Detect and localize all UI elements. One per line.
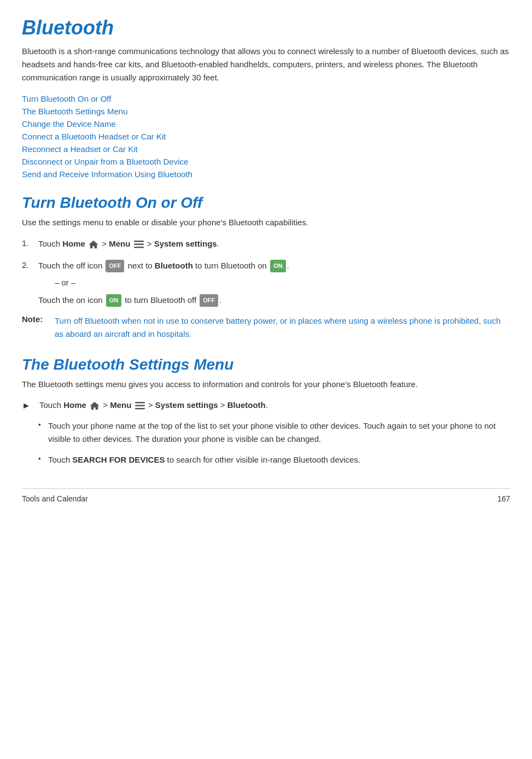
section2-arrow-item: ► Touch Home > Menu > System settings > …	[22, 399, 510, 413]
note-text: Turn off Bluetooth when not in use to co…	[55, 314, 510, 341]
section1-steps: 1. Touch Home > Menu > System settings. …	[22, 237, 510, 307]
bullet1-text: Touch your phone name at the top of the …	[48, 421, 496, 443]
note-block: Note: Turn off Bluetooth when not in use…	[22, 314, 510, 341]
intro-paragraph: Bluetooth is a short-range communication…	[22, 45, 510, 84]
step2-number: 2.	[22, 259, 38, 272]
svg-rect-4	[135, 405, 145, 407]
bullet2-prefix: Touch	[48, 455, 72, 464]
arrow-gt3: >	[218, 400, 227, 410]
svg-rect-5	[135, 408, 145, 410]
step1-gt1: >	[102, 239, 109, 248]
step2-mid: next to	[125, 261, 154, 270]
off-badge-2: OFF	[200, 294, 218, 307]
svg-rect-1	[134, 244, 144, 246]
arrow-bluetooth-label: Bluetooth	[227, 400, 266, 410]
step1-home-label: Home	[62, 239, 85, 248]
on-badge-2: ON	[106, 294, 122, 307]
section2-intro: The Bluetooth settings menu gives you ac…	[22, 378, 510, 391]
toc-link-1[interactable]: Turn Bluetooth On or Off	[22, 94, 510, 103]
on-badge-1: ON	[270, 260, 286, 272]
table-of-contents: Turn Bluetooth On or Off The Bluetooth S…	[22, 94, 510, 179]
section-turn-bluetooth: Turn Bluetooth On or Off Use the setting…	[22, 194, 510, 341]
step2b-mid: to turn Bluetooth off	[122, 295, 198, 305]
footer-left-label: Tools and Calendar	[22, 494, 88, 503]
arrow-home-label: Home	[63, 400, 86, 410]
step2b-period: .	[219, 295, 221, 305]
svg-rect-2	[134, 247, 144, 248]
section1-title: Turn Bluetooth On or Off	[22, 194, 510, 212]
toc-link-6[interactable]: Disconnect or Unpair from a Bluetooth De…	[22, 157, 510, 166]
bullet-item-2: Touch SEARCH FOR DEVICES to search for o…	[38, 453, 510, 466]
home-icon	[89, 240, 98, 249]
step2-mid2: to turn Bluetooth on	[193, 261, 269, 270]
step1-system-label: System settings	[154, 239, 217, 248]
arrow-touch: Touch	[39, 400, 63, 410]
step2-bluetooth: Bluetooth	[155, 261, 193, 270]
step1-period: .	[217, 239, 219, 248]
step1-gt2: >	[147, 239, 154, 248]
note-label: Note:	[22, 314, 52, 324]
off-badge-1: OFF	[106, 260, 124, 272]
step2-period: .	[287, 261, 289, 270]
step1-number: 1.	[22, 237, 38, 250]
step2-content: Touch the off icon OFF next to Bluetooth…	[38, 259, 510, 307]
menu-icon-2	[135, 402, 145, 410]
or-line: – or –	[55, 276, 510, 290]
step2b-prefix: Touch the on icon	[38, 295, 105, 305]
step-2: 2. Touch the off icon OFF next to Blueto…	[22, 259, 510, 307]
arrow-menu-label: Menu	[110, 400, 131, 410]
svg-rect-0	[134, 241, 144, 242]
step1-menu-label: Menu	[109, 239, 130, 248]
section-bluetooth-settings: The Bluetooth Settings Menu The Bluetoot…	[22, 356, 510, 466]
section2-step-content: Touch Home > Menu > System settings > Bl…	[39, 399, 268, 412]
section1-intro: Use the settings menu to enable or disab…	[22, 216, 510, 229]
section2-bullets: Touch your phone name at the top of the …	[22, 419, 510, 466]
arrow-icon: ►	[22, 399, 37, 413]
footer: Tools and Calendar 167	[22, 488, 510, 503]
section2-title: The Bluetooth Settings Menu	[22, 356, 510, 373]
home-icon-2	[90, 401, 100, 410]
bullet2-search-label: SEARCH FOR DEVICES	[72, 455, 165, 464]
toc-link-7[interactable]: Send and Receive Information Using Bluet…	[22, 170, 510, 179]
arrow-end: .	[266, 400, 268, 410]
arrow-gt1: >	[103, 400, 110, 410]
step-1: 1. Touch Home > Menu > System settings.	[22, 237, 510, 251]
bullet2-suffix: to search for other visible in-range Blu…	[165, 455, 360, 464]
toc-link-2[interactable]: The Bluetooth Settings Menu	[22, 107, 510, 116]
arrow-system-label: System settings	[155, 400, 218, 410]
bullet-item-1: Touch your phone name at the top of the …	[38, 419, 510, 446]
page-title: Bluetooth	[22, 16, 510, 39]
step1-touch-label: Touch	[38, 239, 62, 248]
step2-prefix: Touch the off icon	[38, 261, 104, 270]
footer-page-number: 167	[498, 494, 510, 503]
step1-content: Touch Home > Menu > System settings.	[38, 237, 510, 251]
arrow-gt2: >	[148, 400, 155, 410]
svg-rect-3	[135, 402, 145, 404]
toc-link-5[interactable]: Reconnect a Headset or Car Kit	[22, 144, 510, 154]
menu-icon	[134, 241, 144, 248]
toc-link-4[interactable]: Connect a Bluetooth Headset or Car Kit	[22, 132, 510, 141]
toc-link-3[interactable]: Change the Device Name	[22, 119, 510, 129]
